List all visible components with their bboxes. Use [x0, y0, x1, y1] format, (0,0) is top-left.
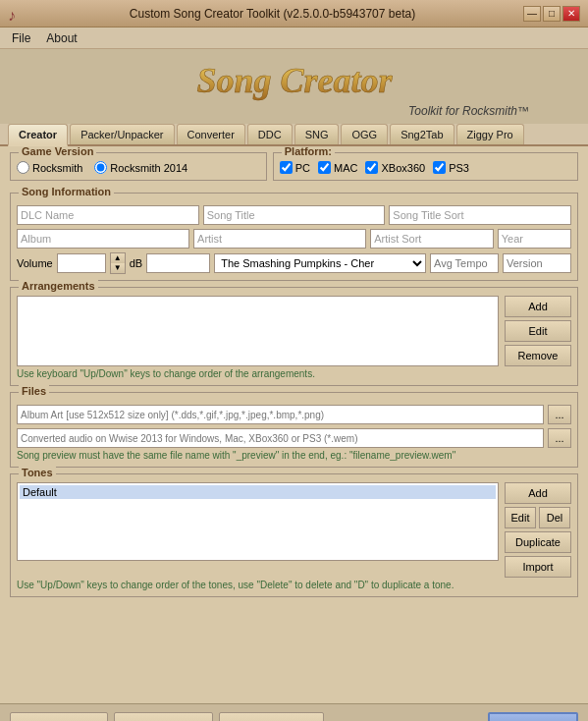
- menu-about[interactable]: About: [38, 29, 84, 47]
- import-package-btn[interactable]: Import Package: [219, 712, 324, 721]
- bottom-buttons: Load Package Save Package Import Package…: [0, 703, 588, 721]
- avg-tempo-input[interactable]: [430, 253, 499, 273]
- platform-pc-label: PC: [295, 162, 310, 174]
- tab-ddc[interactable]: DDC: [247, 124, 293, 144]
- arrangements-add-btn[interactable]: Add: [505, 296, 571, 317]
- arrangements-hint: Use keyboard "Up/Down" keys to change or…: [17, 368, 571, 379]
- dlc-name-input[interactable]: [17, 205, 199, 225]
- logo-area: Song Creator Toolkit for Rocksmith™: [0, 49, 588, 124]
- platform-ps3-label: PS3: [449, 162, 469, 174]
- title-bar: ♪ Custom Song Creator Toolkit (v2.5.0.0-…: [0, 0, 588, 28]
- song-info-label: Song Information: [19, 186, 114, 197]
- volume-down-btn[interactable]: ▼: [111, 263, 125, 273]
- tones-hint: Use "Up/Down" keys to change order of th…: [17, 580, 571, 590]
- song-info-group: Song Information Volume -7.0 ▲ ▼ dB 2487…: [10, 193, 578, 281]
- arrangements-edit-btn[interactable]: Edit: [505, 320, 571, 342]
- main-content: Game Version Rocksmith Rocksmith 2014 Pl…: [0, 146, 588, 703]
- volume-spinner[interactable]: ▲ ▼: [110, 252, 126, 274]
- platform-ps3[interactable]: PS3: [433, 161, 469, 174]
- album-art-browse-btn[interactable]: ...: [548, 405, 571, 424]
- tones-del-btn[interactable]: Del: [539, 507, 570, 528]
- arrangements-remove-btn[interactable]: Remove: [505, 345, 571, 366]
- platform-mac[interactable]: MAC: [318, 161, 357, 174]
- year-input[interactable]: [498, 229, 571, 249]
- platform-ps3-input[interactable]: [433, 161, 446, 174]
- maximize-button[interactable]: □: [543, 6, 561, 22]
- tones-edit-del-row: Edit Del: [505, 507, 571, 528]
- tab-sng2tab[interactable]: Sng2Tab: [390, 124, 454, 144]
- radio-rocksmith2014-input[interactable]: [94, 161, 107, 174]
- load-package-btn[interactable]: Load Package: [10, 712, 108, 721]
- radio-rocksmith2014[interactable]: Rocksmith 2014: [94, 161, 187, 174]
- tab-packer-unpacker[interactable]: Packer/Unpacker: [70, 124, 174, 144]
- artist-sort-input[interactable]: [370, 229, 494, 249]
- title-sort-input[interactable]: [389, 205, 571, 225]
- tones-import-btn[interactable]: Import: [505, 556, 571, 578]
- song-title-input[interactable]: [203, 205, 386, 225]
- files-label: Files: [19, 385, 49, 397]
- tones-edit-btn[interactable]: Edit: [505, 507, 536, 528]
- tab-converter[interactable]: Converter: [177, 124, 245, 144]
- artist-dropdown[interactable]: The Smashing Pumpkins - Cher: [214, 253, 426, 273]
- platform-xbox-input[interactable]: [365, 161, 378, 174]
- game-version-label: Game Version: [19, 146, 96, 157]
- artist-input[interactable]: [193, 229, 366, 249]
- tones-area: Default Add Edit Del Duplicate Import: [17, 482, 571, 578]
- platform-pc-input[interactable]: [280, 161, 293, 174]
- menu-file[interactable]: File: [4, 29, 38, 47]
- volume-up-btn[interactable]: ▲: [111, 253, 125, 263]
- platform-xbox[interactable]: XBox360: [365, 161, 425, 174]
- tones-add-btn[interactable]: Add: [505, 482, 571, 504]
- radio-rocksmith-input[interactable]: [17, 161, 29, 174]
- platform-mac-input[interactable]: [318, 161, 331, 174]
- save-package-btn[interactable]: Save Package: [114, 712, 213, 721]
- platform-xbox-label: XBox360: [381, 162, 425, 174]
- files-group: Files ... ... Song preview must have the…: [10, 392, 578, 468]
- platform-pc[interactable]: PC: [280, 161, 310, 174]
- tones-label: Tones: [19, 467, 56, 478]
- generate-btn[interactable]: Generate: [488, 712, 578, 721]
- files-hint: Song preview must have the same file nam…: [17, 450, 571, 461]
- arrangements-buttons: Add Edit Remove: [505, 296, 571, 366]
- arrangements-list[interactable]: [17, 296, 499, 366]
- game-version-options: Rocksmith Rocksmith 2014: [17, 161, 260, 174]
- platform-options: PC MAC XBox360 PS3: [280, 161, 571, 174]
- tab-sng[interactable]: SNG: [294, 124, 340, 144]
- window-title: Custom Song Creator Toolkit (v2.5.0.0-b5…: [22, 7, 523, 21]
- menu-bar: File About: [0, 28, 588, 49]
- platform-label: Platform:: [282, 146, 335, 157]
- tones-duplicate-btn[interactable]: Duplicate: [505, 531, 571, 553]
- arrangements-group: Arrangements Add Edit Remove Use keyboar…: [10, 287, 578, 386]
- tab-ogg[interactable]: OGG: [341, 124, 388, 144]
- toolkit-subtitle: Toolkit for Rocksmith™: [0, 104, 588, 118]
- volume-input[interactable]: -7.0: [57, 253, 106, 273]
- platform-group: Platform: PC MAC XBox360 PS3: [273, 152, 578, 181]
- close-button[interactable]: ✕: [562, 6, 580, 22]
- audio-browse-btn[interactable]: ...: [548, 428, 571, 448]
- tones-list[interactable]: Default: [17, 482, 499, 561]
- svg-text:Song Creator: Song Creator: [196, 61, 393, 100]
- radio-rocksmith-label: Rocksmith: [32, 162, 82, 174]
- tones-buttons: Add Edit Del Duplicate Import: [505, 482, 571, 578]
- game-version-group: Game Version Rocksmith Rocksmith 2014: [10, 152, 267, 181]
- album-art-input[interactable]: [17, 405, 544, 424]
- tabs-bar: Creator Packer/Unpacker Converter DDC SN…: [0, 124, 588, 146]
- tones-group: Tones Default Add Edit Del Duplicate Imp…: [10, 473, 578, 597]
- minimize-button[interactable]: —: [523, 6, 541, 22]
- arrangements-area: Add Edit Remove: [17, 296, 571, 366]
- tone-item-default[interactable]: Default: [20, 485, 496, 499]
- radio-rocksmith[interactable]: Rocksmith: [17, 161, 82, 174]
- album-input[interactable]: [17, 229, 189, 249]
- album-art-row: ...: [17, 405, 571, 424]
- logo-svg: Song Creator: [137, 55, 452, 106]
- audio-input[interactable]: [17, 428, 544, 448]
- tab-creator[interactable]: Creator: [8, 124, 68, 146]
- platform-mac-label: MAC: [334, 162, 357, 174]
- tab-ziggy-pro[interactable]: Ziggy Pro: [456, 124, 524, 144]
- arrangements-label: Arrangements: [19, 280, 98, 292]
- db-label: dB: [130, 257, 142, 269]
- audio-row: ...: [17, 428, 571, 448]
- version-input[interactable]: [503, 253, 571, 273]
- volume-label: Volume: [17, 257, 53, 269]
- beats-input[interactable]: 248750: [146, 253, 210, 273]
